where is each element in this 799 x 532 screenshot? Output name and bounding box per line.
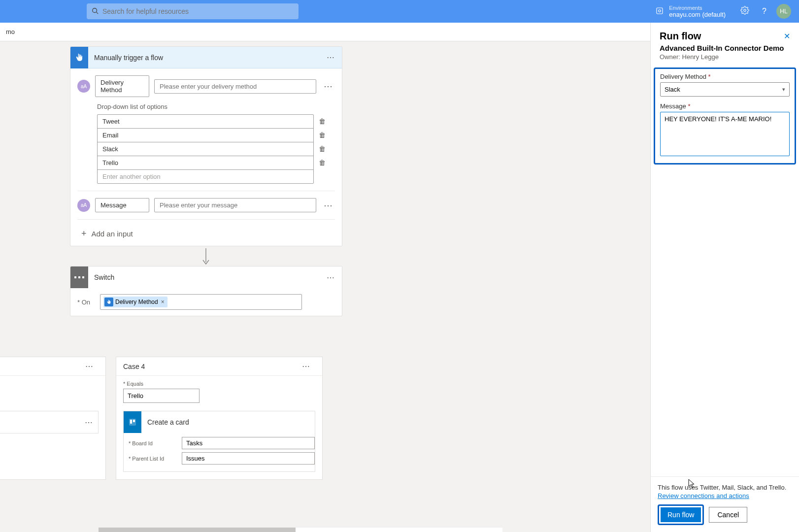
option-placeholder[interactable]: Enter another option	[98, 170, 313, 183]
case-4-card: Case 4 ⋯ * Equals Create a card	[116, 357, 323, 480]
parent-list-label: * Parent List Id	[124, 456, 178, 462]
slack-action-title: Post message	[0, 418, 80, 426]
svg-point-3	[659, 9, 661, 12]
case-title: Case 4	[123, 363, 145, 370]
manual-trigger-icon	[70, 47, 88, 68]
message-textarea[interactable]	[660, 112, 790, 156]
row-menu-icon[interactable]: ⋯	[321, 200, 335, 211]
environment-icon	[655, 6, 664, 17]
slack-action-header[interactable]: Post message ⋯	[0, 411, 98, 433]
switch-menu-icon[interactable]: ⋯	[320, 273, 342, 282]
switch-header[interactable]: Switch ⋯	[70, 266, 342, 288]
row-menu-icon[interactable]: ⋯	[321, 81, 335, 92]
action-menu-icon[interactable]: ⋯	[80, 418, 98, 427]
cancel-button[interactable]: Cancel	[709, 507, 747, 523]
delivery-method-select[interactable]: Slack ▾	[660, 82, 790, 97]
option-item[interactable]: Trello	[98, 156, 313, 169]
panel-subtitle: Advanced Built-In Connector Demo	[660, 44, 790, 52]
run-button-highlight: Run flow	[658, 504, 704, 525]
chevron-down-icon: ▾	[782, 86, 785, 93]
case-3-card: Case 3 ⋯ * Equals Post message ⋯	[0, 357, 106, 480]
horizontal-scrollbar[interactable]	[99, 527, 502, 532]
panel-owner: Owner: Henry Legge	[660, 53, 790, 61]
environment-label: Environments	[669, 5, 726, 11]
option-item[interactable]: Email	[98, 129, 313, 142]
trigger-menu-icon[interactable]: ⋯	[320, 53, 342, 62]
svg-rect-6	[74, 276, 76, 278]
search-box[interactable]	[87, 3, 299, 19]
option-item[interactable]: Tweet	[98, 115, 313, 128]
review-connections-link[interactable]: Review connections and actions	[658, 492, 792, 499]
switch-title: Switch	[88, 273, 320, 281]
dropdown-options: Tweet Email Slack Trello Enter another o…	[97, 114, 314, 184]
svg-point-0	[93, 8, 97, 12]
delivery-method-label: Delivery Method *	[660, 73, 790, 80]
close-icon[interactable]: ✕	[784, 32, 790, 41]
parent-list-input[interactable]	[182, 452, 315, 465]
case-menu-icon[interactable]: ⋯	[297, 362, 315, 371]
add-action-button[interactable]: Add an action	[0, 458, 99, 466]
trello-action-card: Create a card * Board Id * Parent List I…	[123, 411, 315, 472]
svg-rect-2	[657, 8, 663, 14]
switch-on-input[interactable]: Delivery Method ×	[100, 294, 302, 310]
cases-row: ⋯ ⋯ Case 3 ⋯ * Equals Post message	[0, 357, 323, 480]
run-flow-button[interactable]: Run flow	[661, 507, 701, 522]
board-id-label: * Board Id	[124, 440, 178, 446]
help-icon[interactable]: ?	[762, 7, 766, 16]
token-icon	[104, 298, 113, 306]
environment-name: enayu.com (default)	[669, 11, 726, 18]
trigger-title: Manually trigger a flow	[88, 54, 320, 62]
app-header: Environments enayu.com (default) ? HL	[0, 0, 799, 23]
search-icon	[92, 7, 99, 16]
board-id-input[interactable]	[182, 437, 315, 449]
option-item[interactable]: Slack	[98, 142, 313, 156]
trash-icon[interactable]: 🗑	[319, 130, 326, 140]
environment-picker[interactable]: Environments enayu.com (default)	[655, 5, 726, 18]
case-4-header[interactable]: Case 4 ⋯	[116, 357, 322, 376]
token-label: Delivery Method	[115, 299, 158, 305]
switch-card: Switch ⋯ * On Delivery Method ×	[70, 266, 342, 316]
equals-input[interactable]	[123, 389, 200, 403]
text-input-icon: aA	[77, 80, 90, 93]
delivery-method-value[interactable]	[154, 79, 316, 94]
plus-icon: +	[81, 229, 87, 239]
token-remove-icon[interactable]: ×	[160, 299, 166, 305]
inputs-highlight: Delivery Method * Slack ▾ Message *	[654, 67, 796, 165]
message-label: Message *	[660, 102, 790, 110]
message-value[interactable]	[154, 198, 316, 212]
switch-on-label: * On	[77, 299, 90, 306]
equals-label: * Equals	[123, 381, 315, 387]
trash-icon[interactable]: 🗑	[319, 143, 326, 154]
svg-point-4	[744, 9, 746, 12]
case-menu-icon[interactable]: ⋯	[80, 362, 99, 371]
flow-canvas[interactable]: Manually trigger a flow ⋯ aA Delivery Me…	[0, 41, 507, 532]
switch-icon	[70, 266, 88, 288]
trash-icon[interactable]: 🗑	[319, 116, 326, 127]
gear-icon[interactable]	[740, 6, 749, 17]
trello-action-header[interactable]: Create a card	[124, 411, 315, 433]
trello-action-title: Create a card	[141, 418, 315, 426]
svg-rect-13	[130, 420, 132, 424]
add-input-button[interactable]: + Add an input	[77, 227, 335, 239]
panel-title: Run flow	[660, 31, 784, 42]
svg-rect-14	[133, 420, 135, 422]
trash-icon[interactable]: 🗑	[319, 157, 326, 168]
trello-icon	[124, 411, 141, 433]
run-flow-panel: Run flow ✕ Advanced Built-In Connector D…	[650, 23, 799, 532]
dropdown-label: Drop-down list of options	[97, 103, 335, 110]
trigger-card: Manually trigger a flow ⋯ aA Delivery Me…	[70, 46, 342, 246]
delivery-method-token[interactable]: Delivery Method ×	[103, 297, 167, 307]
delivery-method-name[interactable]: Delivery Method	[95, 75, 149, 97]
connections-notice: This flow uses Twitter, Mail, Slack, and…	[658, 484, 792, 491]
message-name[interactable]: Message	[95, 198, 149, 212]
case-3-header[interactable]: Case 3 ⋯	[0, 357, 105, 376]
breadcrumb: mo	[6, 28, 15, 35]
delivery-method-value: Slack	[665, 86, 680, 93]
trigger-card-header[interactable]: Manually trigger a flow ⋯	[70, 47, 342, 68]
delivery-method-row: aA Delivery Method ⋯	[77, 75, 335, 97]
search-input[interactable]	[102, 7, 294, 15]
message-row: aA Message ⋯	[77, 198, 335, 212]
connector-arrow	[201, 248, 211, 268]
avatar[interactable]: HL	[776, 4, 791, 19]
slack-action-card: Post message ⋯	[0, 411, 99, 433]
